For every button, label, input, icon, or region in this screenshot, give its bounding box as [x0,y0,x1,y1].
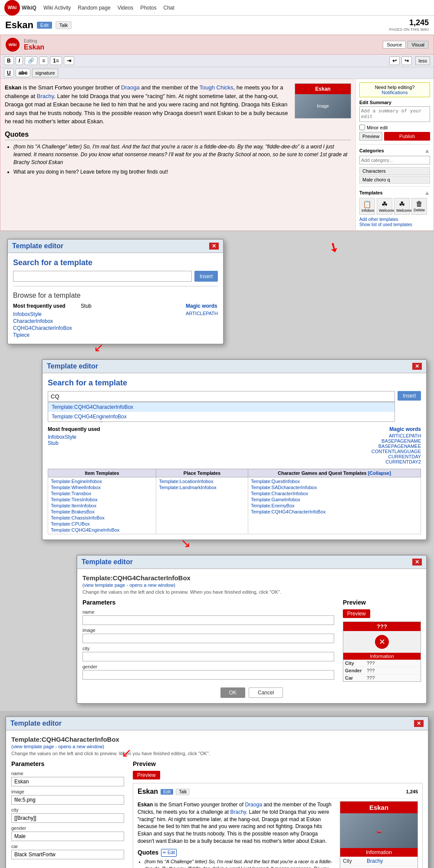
nav-videos[interactable]: Videos [118,5,133,11]
te2-suggestion-2[interactable]: Template:CQHG4EngineInfoBox [48,412,395,421]
te1-close-icon[interactable]: ✕ [209,243,219,250]
te4-title: Template editor [10,720,62,727]
categories-expand-icon[interactable]: ▲ [424,147,430,154]
te2-close-icon[interactable]: ✕ [412,363,422,370]
te1-magic-1[interactable]: ARTICLEPATH [186,311,218,316]
te4-car-input[interactable] [11,850,124,859]
te1-template-infoboxstyle[interactable]: InfoboxStyle [13,311,72,318]
te2-tpl-1[interactable]: InfoboxStyle [48,434,100,440]
preview-button[interactable]: Preview [359,132,382,141]
add-category-input[interactable] [359,156,430,164]
te4-content: Parameters name image city [11,760,423,868]
item-tpl-6[interactable]: Template:BrakesBox [51,509,153,515]
te1-template-characterinfobox[interactable]: CharacterInfobox [13,318,72,325]
publish-button[interactable]: Publish [384,132,430,141]
templates-expand-icon[interactable]: ▲ [424,189,430,196]
toolbar-underline[interactable]: U [4,69,14,77]
te3-view-link[interactable]: (view template page - opens a new window… [82,582,421,588]
te1-template-cqhg4[interactable]: CQHG4CharacterInfoBox [13,325,72,332]
collapse-link[interactable]: [Collapse] [368,470,391,476]
te1-insert-btn[interactable]: Insert [194,271,218,282]
te4-city-input[interactable] [11,813,124,823]
te3-close-icon[interactable]: ✕ [412,559,422,566]
nav-random-page[interactable]: Random page [78,5,110,11]
te2-search-input[interactable] [48,391,395,402]
te4-view-link[interactable]: (view template page - opens a new window… [11,744,423,749]
te1-template-tipiece[interactable]: Tipiece [13,332,72,339]
toolbar-bullets[interactable]: ≡ [39,56,48,65]
tough-chicks-link[interactable]: Tough Chicks [200,84,233,91]
te2-tpl-2[interactable]: Stub [48,440,100,446]
te2-mw-3[interactable]: BASEPAGENAMEE [372,444,421,449]
draoga-link[interactable]: Draoga [121,84,140,91]
item-tpl-7[interactable]: Template:ChassisInfoBox [51,515,153,521]
te3-param-image-input[interactable] [82,634,334,643]
item-tpl-9[interactable]: Template:CQHG4EngineInfoBox [51,527,153,533]
te4-preview-talk-btn[interactable]: Talk [176,789,190,795]
template-icon-welcomell[interactable]: ☘ Welcomell [394,198,410,215]
nav-wiki-activity[interactable]: Wiki Activity [43,5,71,11]
te3-ok-btn[interactable]: OK [220,687,245,698]
article-strong-name: Eskan [5,84,21,91]
toolbar-numbered[interactable]: 1≡ [50,56,62,65]
nav-chat[interactable]: Chat [163,5,174,11]
te2-mw-5[interactable]: CURRENTDAY [372,454,421,459]
edit-summary-input[interactable] [359,106,430,122]
te2-mw-4[interactable]: CONTENTLANGUAGE [372,449,421,454]
show-list-link[interactable]: Show list of used templates [359,222,430,227]
template-icon-delete[interactable]: 🗑 Delete [411,198,427,215]
place-tpl-1[interactable]: Template:LocationInfobox [159,478,245,484]
te3-preview-btn[interactable]: Preview [343,609,370,618]
char-tpl-3[interactable]: Template:CharacterInfobox [251,490,418,496]
toolbar-signature[interactable]: signature [32,69,58,77]
item-tpl-3[interactable]: Template:Transbox [51,490,153,496]
te4-preview-btn[interactable]: Preview [133,771,160,779]
char-tpl-2[interactable]: Template:SADcharacterInfobox [251,484,418,490]
brachy-link[interactable]: Brachy [37,93,54,99]
te2-mw-1[interactable]: ARTICLEPATH [372,433,421,438]
toolbar-bold[interactable]: B [4,56,14,65]
source-tab[interactable]: Source [383,41,406,49]
toolbar-redo[interactable]: ↪ [401,56,412,65]
add-templates-link[interactable]: Add other templates [359,217,430,222]
template-icon-infobox[interactable]: 📋 Infobox [359,198,375,215]
te2-insert-btn[interactable]: Insert [398,391,421,401]
nav-photos[interactable]: Photos [140,5,156,11]
te4-quotes-edit-link[interactable]: ✏ Edit [161,849,177,857]
item-tpl-8[interactable]: Template:CPUBox [51,521,153,527]
item-tpl-5[interactable]: Template:ItemInfobox [51,503,153,509]
edit-button[interactable]: Edit [37,22,52,29]
template-icon-welcome[interactable]: ☘ Welcome [377,198,392,215]
toolbar-strikethrough[interactable]: abc [16,69,31,77]
toolbar-less[interactable]: less [415,56,430,65]
te4-preview-edit-btn[interactable]: Edit [161,789,173,795]
toolbar-undo[interactable]: ↩ [389,56,400,65]
place-tpl-2[interactable]: Template:LandmarkInfobox [159,484,245,490]
te4-name-input[interactable] [11,777,124,786]
item-tpl-4[interactable]: Template:TiresInfobox [51,496,153,503]
te4-gender-input[interactable] [11,832,124,841]
char-tpl-1[interactable]: Template:QuestInfobox [251,478,418,484]
char-tpl-4[interactable]: Template:GameInfobox [251,496,418,503]
char-tpl-6[interactable]: Template:CQHG4CharacterInfoBox [251,509,418,515]
item-tpl-2[interactable]: Template:WheelInfobox [51,484,153,490]
item-tpl-1[interactable]: Template:EngineInfobox [51,478,153,484]
toolbar-italic[interactable]: I [16,56,23,65]
te3-param-gender-input[interactable] [82,670,334,680]
te4-image-input[interactable] [11,795,124,805]
te1-search-input[interactable] [13,271,192,282]
te4-close-icon[interactable]: ✕ [414,720,424,727]
toolbar-indent[interactable]: ⇥ [64,56,74,65]
te2-suggestion-1[interactable]: Template:CQHG4CharacterInfoBox [48,402,395,412]
te3-param-name-input[interactable] [82,615,334,625]
te2-mw-2[interactable]: BASEPAGENAME [372,438,421,444]
visual-tab[interactable]: Visual [408,41,428,49]
te2-mw-6[interactable]: CURRENTDAY2 [372,459,421,464]
toolbar-link[interactable]: 🔗 [25,56,37,65]
te3-car-val: ??? [367,675,375,681]
minor-edit-checkbox[interactable] [359,125,365,130]
talk-button[interactable]: Talk [56,21,72,29]
te3-cancel-btn[interactable]: Cancel [249,687,283,698]
char-tpl-5[interactable]: Template:EnemyBox [251,503,418,509]
te3-param-city-input[interactable] [82,652,334,661]
